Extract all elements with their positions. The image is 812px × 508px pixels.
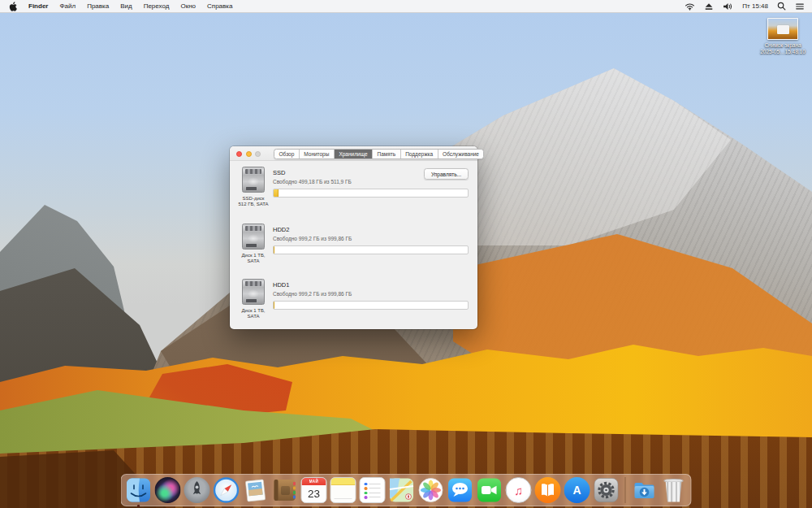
file-label-line2: 2025-05…15.48.10 [756,49,810,55]
storage-used-segment [274,189,279,197]
menu-item-window[interactable]: Окно [180,2,196,10]
drive-row-hdd2: Диск 1 ТБ, SATA HDD2 Свободно 999,2 ГБ и… [230,224,477,277]
about-this-mac-window: Обзор Мониторы Хранилище Память Поддержк… [230,146,477,329]
calendar-month: МАЙ [302,478,326,485]
storage-usage-bar [273,301,469,310]
hard-drive-icon [242,224,265,250]
file-label-line1: Снимок экрана [756,42,810,49]
tab-memory[interactable]: Память [373,150,401,158]
zoom-button[interactable] [255,151,261,157]
siri-icon[interactable] [155,477,181,503]
hard-drive-icon [242,279,265,305]
window-tab-bar: Обзор Мониторы Хранилище Память Поддержк… [274,149,484,159]
app-store-icon[interactable]: A [564,477,590,503]
calendar-icon[interactable]: МАЙ 23 [301,477,327,503]
dock-separator [625,477,626,503]
drive-caption: SSD-диск 512 ГБ, SATA [236,196,270,207]
finder-icon[interactable] [126,477,152,503]
drive-caption: Диск 1 ТБ, SATA [236,308,270,319]
menu-item-file[interactable]: Файл [59,2,76,10]
manage-button[interactable]: Управлять... [424,168,469,180]
notes-icon[interactable] [330,477,356,503]
drive-caption: Диск 1 ТБ, SATA [236,253,270,264]
launchpad-icon[interactable] [184,477,210,503]
menu-bar: Finder Файл Правка Вид Переход Окно Спра… [0,0,812,13]
menu-item-edit[interactable]: Правка [87,2,109,10]
notification-center-icon[interactable] [795,2,805,11]
storage-used-segment [274,246,274,254]
desktop: Finder Файл Правка Вид Переход Окно Спра… [0,0,812,508]
itunes-icon[interactable]: ♫ [506,477,532,503]
system-preferences-icon[interactable] [594,477,620,503]
dock: МАЙ 23 [121,474,692,506]
trash-icon[interactable] [661,477,687,503]
maps-icon[interactable] [389,477,415,503]
drive-free-space: Свободно 499,18 ГБ из 511,9 ГБ [273,179,469,185]
apple-menu-icon[interactable] [9,2,17,11]
tab-displays[interactable]: Мониторы [300,150,335,158]
tab-storage[interactable]: Хранилище [335,150,373,158]
wifi-icon[interactable] [685,2,695,11]
screenshot-thumbnail[interactable] [767,18,798,40]
calendar-day: 23 [302,485,326,502]
facetime-icon[interactable] [477,477,503,503]
running-indicator [137,505,140,507]
messages-icon[interactable] [447,477,473,503]
spotlight-icon[interactable] [777,2,786,11]
window-titlebar[interactable]: Обзор Мониторы Хранилище Память Поддержк… [230,146,477,161]
tab-support[interactable]: Поддержка [401,150,438,158]
volume-icon[interactable] [723,2,733,11]
reminders-icon[interactable] [360,477,386,503]
menu-bar-clock[interactable]: Пт 15:48 [742,2,768,10]
storage-usage-bar [273,245,469,254]
drive-name: HDD2 [273,226,469,233]
drive-free-space: Свободно 999,2 ГБ из 999,86 ГБ [273,291,469,297]
contacts-icon[interactable] [272,477,298,503]
safari-icon[interactable] [214,477,240,503]
drive-name: HDD1 [273,281,469,289]
close-button[interactable] [236,151,242,157]
hard-drive-icon [242,167,265,193]
drive-row-hdd1: Диск 1 ТБ, SATA HDD1 Свободно 999,2 ГБ и… [230,279,477,332]
tab-service[interactable]: Обслуживание [438,150,484,158]
drive-free-space: Свободно 999,2 ГБ из 999,86 ГБ [273,236,469,241]
menu-item-view[interactable]: Вид [120,2,132,10]
menu-item-help[interactable]: Справка [207,2,232,10]
downloads-folder-icon[interactable] [632,477,658,503]
menu-item-go[interactable]: Переход [144,2,170,10]
preview-icon[interactable] [243,477,269,503]
menu-item-finder[interactable]: Finder [28,2,48,10]
photos-icon[interactable] [418,477,444,503]
ibooks-icon[interactable] [535,477,561,503]
minimize-button[interactable] [246,151,252,157]
eject-icon[interactable] [704,2,714,11]
tab-overview[interactable]: Обзор [274,150,300,158]
storage-used-segment [274,302,274,309]
desktop-file-screenshot[interactable]: Снимок экрана 2025-05…15.48.10 [756,18,810,55]
drive-row-ssd: SSD-диск 512 ГБ, SATA SSD Свободно 499,1… [230,167,477,220]
storage-usage-bar [273,189,469,198]
